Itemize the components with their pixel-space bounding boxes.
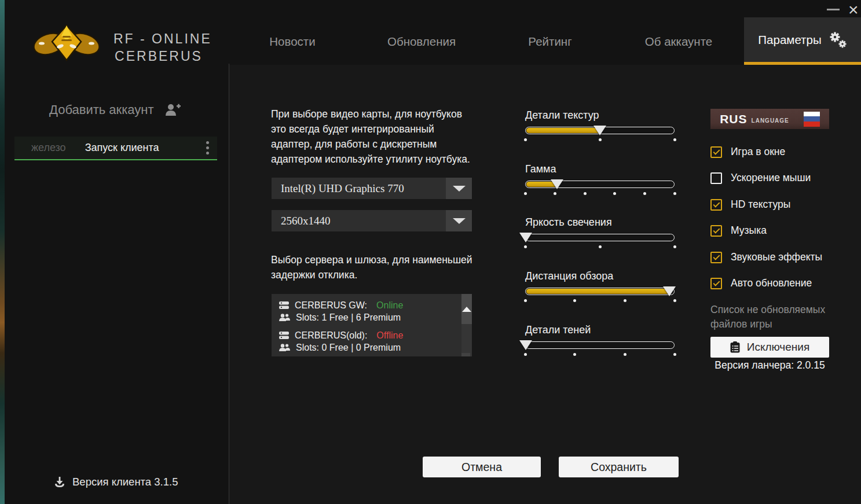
account-tabs-row: железо Запуск клиента [14, 137, 217, 160]
slider-texture-detail: Детали текстур [525, 109, 675, 150]
language-caption: LANGUAGE [752, 117, 789, 124]
server-status: Online [376, 300, 403, 311]
exclusions-button-label: Исключения [747, 341, 809, 354]
slider-glow-brightness: Яркость свечения [525, 216, 675, 257]
nav-tab-updates[interactable]: Обновления [387, 35, 456, 49]
add-account-button[interactable]: Добавить аккаунт [49, 102, 181, 117]
server-name: CERBERUS GW: [295, 300, 367, 311]
cancel-button[interactable]: Отмена [423, 457, 541, 477]
sidebar-divider [229, 64, 229, 504]
server-slots: Slots: 0 Free | 0 Premium [296, 343, 401, 353]
tab-launch-client[interactable]: Запуск клиента [85, 142, 159, 154]
resolution-select-arrow-button[interactable] [446, 210, 472, 231]
checkbox-windowed-mode[interactable]: Игра в окне [710, 146, 785, 158]
chevron-down-icon [453, 186, 466, 192]
client-version-label: Версия клиента 3.1.5 [72, 476, 178, 488]
server-note: Выбор сервера и шлюза, для наименьшей за… [271, 252, 475, 282]
slider-thumb[interactable] [593, 126, 606, 135]
checkbox-icon [710, 146, 722, 158]
server-status: Offline [376, 330, 403, 341]
cerberus-logo-icon [34, 24, 100, 61]
gpu-select-arrow-button[interactable] [446, 178, 472, 199]
server-name: CERBERUS(old): [295, 330, 367, 341]
slider-thumb[interactable] [663, 286, 676, 296]
checkbox-hd-textures[interactable]: HD текстуры [710, 198, 790, 211]
launcher-version: Версия ланчера: 2.0.15 [710, 359, 829, 371]
background-art-strip [0, 0, 5, 504]
slider-thumb[interactable] [551, 179, 563, 189]
slider-track[interactable] [525, 234, 675, 241]
checkbox-icon [710, 252, 722, 263]
scroll-up-button[interactable] [461, 294, 472, 324]
slider-ticks [525, 299, 675, 303]
gpu-select[interactable]: Intel(R) UHD Graphics 770 [272, 178, 472, 199]
slider-gamma: Гамма [525, 163, 675, 204]
scrollbar-bottom-cap [461, 353, 470, 356]
resolution-select[interactable]: 2560x1440 [272, 210, 472, 231]
checkbox-auto-update[interactable]: Авто обновление [710, 277, 812, 289]
server-icon [279, 301, 289, 310]
checkbox-label: HD текстуры [731, 198, 790, 211]
server-list-scrollbar[interactable] [461, 294, 472, 356]
slider-label: Дистанция обзора [525, 270, 675, 282]
server-list: CERBERUS GW: Online Slots: 1 Free | 6 Pr… [272, 294, 472, 356]
exclusions-caption: Список не обновляемых файлов игры [710, 303, 832, 332]
checkbox-icon [710, 172, 722, 184]
slider-label: Гамма [525, 163, 675, 175]
slider-view-distance: Дистанция обзора [525, 270, 675, 311]
checkbox-mouse-acceleration[interactable]: Ускорение мыши [710, 172, 811, 184]
slider-track[interactable] [525, 341, 675, 349]
save-button[interactable]: Сохранить [559, 457, 679, 477]
russian-flag-icon [804, 112, 820, 127]
checkbox-music[interactable]: Музыка [710, 225, 767, 237]
close-button[interactable]: × [848, 0, 861, 20]
slider-label: Детали теней [525, 324, 675, 336]
brand-title: RF - ONLINE CERBERUS [113, 30, 204, 65]
arrow-up-icon [462, 307, 471, 312]
download-icon [54, 476, 65, 488]
slider-track[interactable] [525, 127, 675, 134]
resolution-select-value: 2560x1440 [272, 210, 446, 231]
people-icon [279, 344, 290, 351]
checkbox-label: Авто обновление [731, 277, 812, 289]
slider-thumb[interactable] [519, 233, 532, 242]
checkbox-label: Звуковые эффекты [731, 251, 822, 263]
nav-tab-account[interactable]: Об аккаунте [645, 35, 712, 49]
slider-shadow-detail: Детали теней [525, 324, 675, 365]
slider-label: Яркость свечения [525, 216, 675, 229]
slider-thumb[interactable] [519, 340, 532, 350]
nav-tab-settings-label: Параметры [758, 33, 821, 47]
clipboard-list-icon [730, 341, 740, 353]
checkbox-label: Ускорение мыши [731, 172, 811, 184]
slider-fill [526, 289, 670, 294]
slider-track[interactable] [525, 288, 675, 295]
tab-hardware[interactable]: железо [31, 142, 66, 154]
server-item-cerberus-gw[interactable]: CERBERUS GW: Online Slots: 1 Free | 6 Pr… [279, 299, 453, 323]
video-adapter-note: При выборе видео карты, для ноутбуков эт… [271, 106, 475, 167]
people-icon [279, 314, 290, 321]
person-add-icon [164, 103, 181, 117]
checkbox-icon [710, 225, 722, 237]
minimize-button[interactable] [827, 9, 840, 10]
slider-ticks [525, 245, 675, 249]
gears-icon [828, 31, 847, 49]
server-item-cerberus-old[interactable]: CERBERUS(old): Offline Slots: 0 Free | 0… [279, 329, 453, 354]
checkbox-label: Музыка [731, 225, 767, 237]
slider-track[interactable] [525, 181, 675, 188]
nav-tab-news[interactable]: Новости [269, 35, 315, 49]
checkbox-sound-effects[interactable]: Звуковые эффекты [710, 251, 822, 263]
gpu-select-value: Intel(R) UHD Graphics 770 [272, 178, 446, 199]
server-icon [279, 332, 289, 340]
slider-ticks [525, 353, 675, 356]
kebab-menu-icon[interactable] [206, 141, 209, 154]
slider-fill [526, 128, 600, 133]
language-button[interactable]: RUS LANGUAGE [710, 109, 829, 129]
checkbox-label: Игра в окне [731, 146, 785, 158]
nav-tab-settings-active[interactable]: Параметры [744, 17, 861, 65]
language-code: RUS [720, 112, 747, 126]
nav-tab-rating[interactable]: Рейтинг [528, 35, 571, 49]
slider-label: Детали текстур [525, 109, 675, 122]
checkbox-icon [710, 199, 722, 211]
client-version: Версия клиента 3.1.5 [54, 476, 178, 488]
exclusions-button[interactable]: Исключения [710, 337, 829, 358]
